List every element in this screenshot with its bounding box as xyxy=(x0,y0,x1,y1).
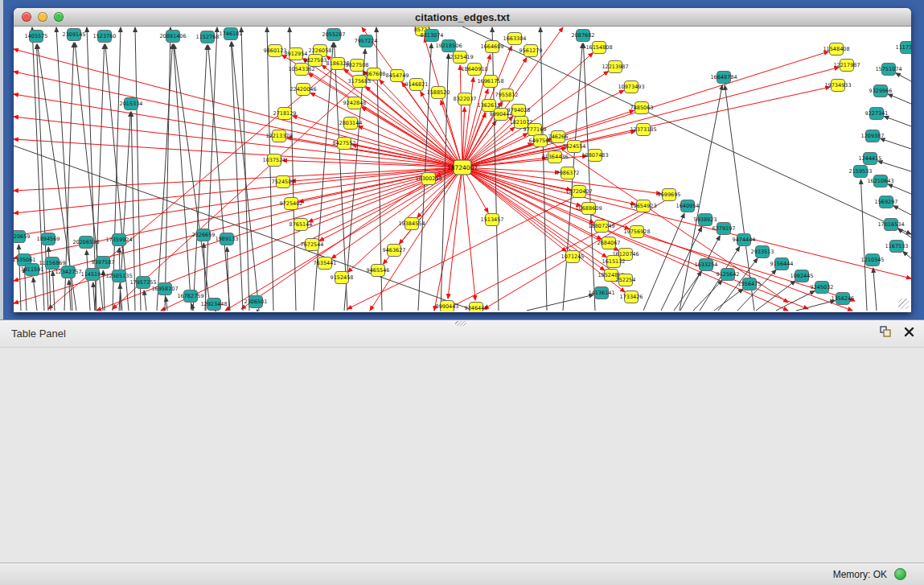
node-label: 3175685 xyxy=(348,78,372,84)
node-label: 8765144 xyxy=(290,221,313,228)
close-panel-icon[interactable] xyxy=(904,327,914,337)
table-panel: Table Panel xyxy=(0,319,924,585)
node-label: 7986372 xyxy=(556,170,580,176)
node-label: 1209387 xyxy=(861,133,885,139)
node-label: 16958107 xyxy=(151,286,178,292)
node-label: 1362615 xyxy=(478,102,501,109)
node-label: 2226058 xyxy=(309,47,332,54)
node-label: 1071245 xyxy=(561,253,585,260)
node-label: 9561279 xyxy=(519,47,543,54)
node-label: 7485063 xyxy=(630,105,654,111)
node-label: 9725402 xyxy=(280,200,303,207)
desktop-background: citations_edges.txt 12325419186409101696… xyxy=(0,0,924,319)
node-label: 12923448 xyxy=(200,301,227,307)
node-label: 2718129 xyxy=(273,110,297,117)
node-label: 2015334 xyxy=(120,101,143,107)
node-label: 19734933 xyxy=(824,82,851,89)
node-label: 9699695 xyxy=(658,192,681,198)
node-label: 17957255 xyxy=(129,279,156,286)
node-label: 2309145 xyxy=(63,31,86,38)
node-label: 1746181 xyxy=(220,31,243,37)
node-label: 1569297 xyxy=(875,199,898,205)
node-label: 9465546 xyxy=(367,267,390,274)
node-label: 16210643 xyxy=(867,178,893,184)
node-label: 12213379 xyxy=(265,133,292,139)
node-label: 18640910 xyxy=(461,66,487,72)
node-label: 2684067 xyxy=(598,240,621,246)
node-label: 1633254 xyxy=(695,262,718,268)
node-label: 16154808 xyxy=(585,44,612,51)
node-label: 1244415 xyxy=(859,155,882,162)
node-label: 7672544 xyxy=(301,241,324,248)
network-window: citations_edges.txt 12325419186409101696… xyxy=(14,8,911,312)
node-label: 2320659 xyxy=(14,233,30,240)
node-label: 1894569 xyxy=(37,236,60,242)
network-canvas[interactable]: 1232541918640910169617587955812136261583… xyxy=(14,27,911,311)
network-window-titlebar[interactable]: citations_edges.txt xyxy=(14,8,911,27)
node-label: 1523760 xyxy=(93,33,117,39)
node-label: 15751074 xyxy=(875,66,901,72)
node-label: 252254 xyxy=(616,277,636,283)
node-label: 7524502 xyxy=(272,179,295,185)
node-label: 3624554 xyxy=(563,143,586,150)
node-label: 1405575 xyxy=(25,33,48,39)
node-label: 1640954 xyxy=(676,203,700,209)
node-label: 1335061 xyxy=(14,257,35,263)
window-resize-grip[interactable] xyxy=(898,299,909,309)
node-label: 8322037 xyxy=(454,96,477,102)
node-label: 1356475 xyxy=(738,281,762,287)
node-label: 2055287 xyxy=(322,31,346,38)
node-label: 1356245 xyxy=(832,295,855,302)
node-label: 8427552 xyxy=(333,140,356,146)
node-label: 9346446 xyxy=(465,305,488,311)
node-label: 11156869 xyxy=(39,260,65,266)
splitter-grip[interactable] xyxy=(455,321,466,326)
node-label: 12373185 xyxy=(630,126,656,133)
node-label: 1117364 xyxy=(896,44,911,51)
node-label: 9242848 xyxy=(343,100,367,106)
node-label: 9827503 xyxy=(304,57,327,64)
node-label: 2306501 xyxy=(244,299,268,305)
status-bar: Memory: OK xyxy=(0,562,924,585)
node-label: 19384554 xyxy=(398,220,425,227)
node-label: 19654923 xyxy=(630,203,656,209)
node-label: 12213987 xyxy=(602,64,628,70)
node-label: 2326659 xyxy=(192,232,216,238)
node-label: 9227341 xyxy=(865,110,889,117)
node-label: 18300295 xyxy=(415,175,441,182)
node-label: 7957224 xyxy=(355,38,378,44)
hub-node-label: 18724007 xyxy=(447,164,478,171)
table-panel-header: Table Panel xyxy=(0,320,924,348)
node-label: 1513457 xyxy=(481,216,504,223)
node-label: 8990443 xyxy=(436,303,459,310)
node-label: 12217987 xyxy=(833,62,860,68)
node-label: 9860123 xyxy=(264,47,287,54)
node-label: 14136141 xyxy=(588,290,614,296)
node-label: 19218506 xyxy=(435,43,462,49)
float-panel-icon[interactable] xyxy=(880,326,893,337)
node-label: 9146821 xyxy=(405,81,429,88)
node-label: 3911591 xyxy=(21,266,44,273)
node-label: 2803144 xyxy=(339,120,363,126)
desktop-edge xyxy=(0,0,3,319)
node-label: 9827508 xyxy=(346,62,369,68)
node-label: 16961758 xyxy=(477,78,503,84)
node-label: 17016534 xyxy=(877,221,904,228)
node-label: 9794028 xyxy=(507,107,531,113)
node-label: 1663304 xyxy=(503,35,527,42)
node-label: 1615132 xyxy=(602,258,626,265)
node-label: 12505135 xyxy=(105,273,132,279)
node-label: 9245032 xyxy=(811,284,834,290)
node-label: 9777169 xyxy=(524,126,547,133)
node-label: 9152458 xyxy=(331,274,354,281)
node-label: 12325419 xyxy=(446,54,473,60)
node-label: 2159533 xyxy=(849,168,873,175)
node-label: 10973493 xyxy=(618,84,644,90)
node-label: 21364436 xyxy=(541,154,568,160)
node-label: 1092445 xyxy=(791,273,814,279)
node-label: 9463627 xyxy=(383,247,406,253)
node-label: 7955812 xyxy=(495,92,519,98)
node-label: 20206536 xyxy=(72,239,99,245)
node-label: 17359924 xyxy=(105,237,132,243)
node-label: 10543362 xyxy=(288,66,314,72)
